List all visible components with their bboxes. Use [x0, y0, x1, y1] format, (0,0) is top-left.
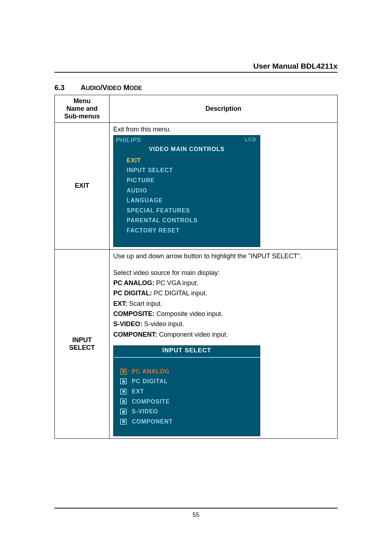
osd-brand: PHILIPS	[116, 136, 141, 145]
osd-item: FACTORY RESET	[114, 226, 260, 236]
desc-line: EXT: Scart input.	[113, 299, 334, 308]
checkbox-icon	[120, 409, 127, 414]
osd-item: SPECIAL FEATURES	[114, 206, 260, 216]
footer-rule	[54, 508, 338, 509]
page-title: User Manual BDL4211x	[253, 62, 338, 70]
osd-item: INPUT SELECT	[114, 165, 260, 175]
section-number: 6.3	[54, 84, 81, 92]
desc-text: Exit from this menu.	[113, 125, 334, 134]
checkbox-icon	[120, 419, 127, 425]
section-heading: 6.3AUDIO/VIDEO MODE	[54, 84, 338, 92]
table-header-row: Menu Name and Sub-menus Description	[55, 95, 338, 123]
desc-line: S-VIDEO: S-video input.	[113, 320, 334, 328]
osd-item: EXT	[114, 386, 260, 397]
document-page: User Manual BDL4211x 6.3AUDIO/VIDEO MODE…	[0, 0, 392, 555]
desc-line: PC ANALOG: PC VGA input.	[113, 279, 334, 287]
desc-line: PC DIGITAL: PC DIGITAL input.	[113, 289, 334, 297]
checkbox-icon	[120, 378, 127, 384]
osd-screenshot-input-select: INPUT SELECT PC ANALOG PC DIGITAL EXT	[113, 345, 260, 437]
osd-item: PICTURE	[114, 175, 260, 186]
osd-item: COMPONENT	[114, 417, 260, 427]
osd-badge: LCD	[245, 136, 256, 145]
osd-item: PC DIGITAL	[114, 376, 260, 386]
osd-item: LANGUAGE	[114, 195, 260, 206]
osd-item: PARENTAL CONTROLS	[114, 215, 260, 226]
page-number: 55	[54, 511, 338, 519]
osd-divider	[114, 357, 260, 358]
osd-item: EXIT	[114, 155, 260, 166]
osd-item: AUDIO	[114, 186, 260, 196]
col-menu-header: Menu Name and Sub-menus	[55, 95, 110, 123]
desc-text: Select video source for main display:	[113, 268, 334, 277]
desc-cell-input-select: Use up and down arrow button to highligh…	[110, 249, 338, 439]
checkbox-icon	[120, 389, 127, 394]
col-desc-header: Description	[110, 95, 338, 123]
osd-item: PC ANALOG	[114, 366, 260, 377]
menu-table: Menu Name and Sub-menus Description EXIT…	[54, 95, 338, 439]
desc-text: Use up and down arrow button to highligh…	[113, 252, 334, 260]
menu-name-input-select: INPUT SELECT	[55, 249, 110, 439]
desc-line: COMPONENT: Component video input.	[113, 330, 334, 339]
page-footer: 55	[54, 508, 338, 519]
osd-title: INPUT SELECT	[114, 346, 260, 356]
menu-name-exit: EXIT	[55, 123, 110, 250]
table-row: EXIT Exit from this menu. PHILIPS LCD VI…	[55, 123, 338, 250]
osd-screenshot-main: PHILIPS LCD VIDEO MAIN CONTROLS EXIT INP…	[113, 135, 260, 247]
header-rule	[54, 72, 338, 73]
table-row: INPUT SELECT Use up and down arrow butto…	[55, 249, 338, 439]
checkbox-icon	[120, 369, 127, 374]
osd-item: S-VIDEO	[114, 406, 260, 417]
desc-line: COMPOSITE: Composite video input.	[113, 309, 334, 318]
desc-cell-exit: Exit from this menu. PHILIPS LCD VIDEO M…	[110, 123, 338, 250]
checkbox-icon	[120, 398, 127, 404]
osd-item: COMPOSITE	[114, 397, 260, 407]
osd-title: VIDEO MAIN CONTROLS	[114, 145, 260, 155]
